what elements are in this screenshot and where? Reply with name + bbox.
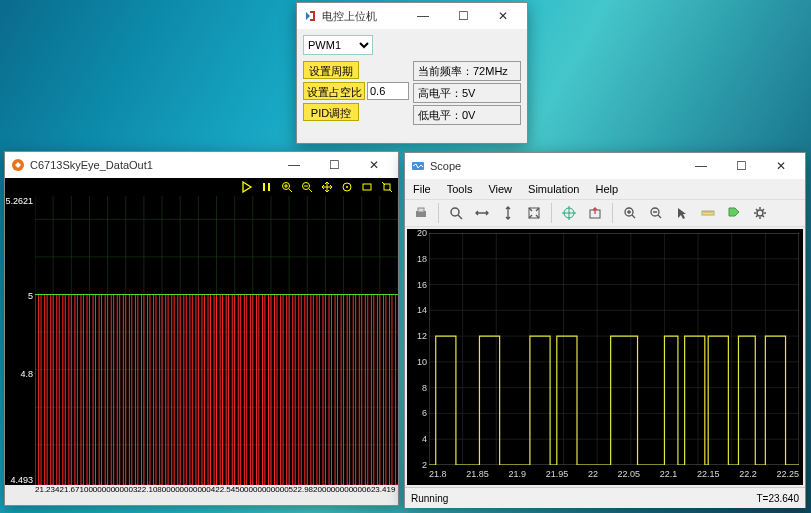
config-title: 电控上位机 <box>322 9 403 24</box>
svg-point-39 <box>451 208 459 216</box>
xtick: 22.1 <box>660 469 678 483</box>
low-level-info: 低电平：0V <box>413 105 521 125</box>
ytick: 18 <box>405 254 427 264</box>
xtick: 23.419 <box>371 485 395 494</box>
zoom-box-icon[interactable] <box>444 201 468 225</box>
ytick: 5 <box>3 291 33 301</box>
high-level-info: 高电平：5V <box>413 83 521 103</box>
xtick: 21.671000000000003 <box>59 485 137 494</box>
screenshot-icon[interactable] <box>360 180 374 194</box>
pan-icon[interactable] <box>320 180 334 194</box>
zoom-out-icon[interactable] <box>300 180 314 194</box>
scope-plot-area[interactable]: 20 18 16 14 12 10 8 6 4 2 21.8 21.85 21.… <box>407 229 803 485</box>
xtick: 22 <box>588 469 598 483</box>
menu-help[interactable]: Help <box>587 179 626 199</box>
scope-maximize-button[interactable]: ☐ <box>721 153 761 179</box>
xtick: 21.8 <box>429 469 447 483</box>
config-maximize-button[interactable]: ☐ <box>443 3 483 29</box>
scope-statusbar: Running T=23.640 <box>405 487 805 508</box>
pid-button[interactable]: PID调控 <box>303 103 359 121</box>
scope-toolbar <box>405 199 805 227</box>
duty-input[interactable] <box>367 82 409 100</box>
svg-rect-5 <box>363 184 371 190</box>
tk-icon <box>303 9 317 23</box>
skyeye-icon <box>11 158 25 172</box>
xtick: 22.982000000000006 <box>293 485 371 494</box>
ytick: 10 <box>405 357 427 367</box>
ytick: 2 <box>405 460 427 470</box>
xtick: 21.95 <box>546 469 569 483</box>
ruler-icon[interactable] <box>696 201 720 225</box>
toolbar-separator <box>612 203 613 223</box>
ytick: 4 <box>405 434 427 444</box>
zoom-x-icon[interactable] <box>470 201 494 225</box>
set-duty-button[interactable]: 设置占空比 <box>303 82 365 100</box>
ytick: 14 <box>405 305 427 315</box>
skyeye-titlebar[interactable]: C6713SkyEye_DataOut1 — ☐ ✕ <box>5 152 398 178</box>
ytick: 12 <box>405 331 427 341</box>
zoom-out-icon[interactable] <box>644 201 668 225</box>
skyeye-y-axis: 5.2621 5 4.8 4.493 <box>5 196 35 485</box>
menu-view[interactable]: View <box>480 179 520 199</box>
scope-title: Scope <box>430 160 681 172</box>
status-time: T=23.640 <box>756 493 799 504</box>
xtick: 22.25 <box>776 469 799 483</box>
menu-tools[interactable]: Tools <box>439 179 481 199</box>
scope-menubar: File Tools View Simulation Help <box>405 179 805 199</box>
toolbar-separator <box>551 203 552 223</box>
svg-rect-38 <box>418 208 424 212</box>
skyeye-title: C6713SkyEye_DataOut1 <box>30 159 274 171</box>
config-titlebar[interactable]: 电控上位机 — ☐ ✕ <box>297 3 527 29</box>
xtick: 21.85 <box>466 469 489 483</box>
svg-point-4 <box>346 186 348 188</box>
target-icon[interactable] <box>340 180 354 194</box>
xtick: 22.15 <box>697 469 720 483</box>
skyeye-toolbar <box>5 178 398 196</box>
crosshair-icon[interactable] <box>557 201 581 225</box>
skyeye-window: C6713SkyEye_DataOut1 — ☐ ✕ 5.2621 5 4.8 … <box>4 151 399 506</box>
freq-info: 当前频率：72MHz <box>413 61 521 81</box>
export-icon[interactable] <box>583 201 607 225</box>
skyeye-maximize-button[interactable]: ☐ <box>314 152 354 178</box>
tag-icon[interactable] <box>722 201 746 225</box>
play-icon[interactable] <box>240 180 254 194</box>
scope-y-axis: 20 18 16 14 12 10 8 6 4 2 <box>407 233 429 465</box>
ytick: 5.2621 <box>3 196 33 206</box>
scope-titlebar[interactable]: Scope — ☐ ✕ <box>405 153 805 179</box>
config-minimize-button[interactable]: — <box>403 3 443 29</box>
xtick: 22.2 <box>739 469 757 483</box>
gear-icon[interactable] <box>748 201 772 225</box>
pause-icon[interactable] <box>260 180 274 194</box>
skyeye-close-button[interactable]: ✕ <box>354 152 394 178</box>
zoom-in-icon[interactable] <box>280 180 294 194</box>
ytick: 6 <box>405 408 427 418</box>
ytick: 20 <box>405 228 427 238</box>
config-window: 电控上位机 — ☐ ✕ PWM1 设置周期 设置占空比 PID调控 <box>296 2 528 144</box>
scope-x-axis: 21.8 21.85 21.9 21.95 22 22.05 22.1 22.1… <box>429 469 799 483</box>
scale-icon[interactable] <box>380 180 394 194</box>
print-icon[interactable] <box>409 201 433 225</box>
skyeye-x-axis: 21.234 21.671000000000003 22.10800000000… <box>5 485 398 503</box>
scope-minimize-button[interactable]: — <box>681 153 721 179</box>
skyeye-minimize-button[interactable]: — <box>274 152 314 178</box>
svg-point-46 <box>757 210 763 216</box>
xtick: 21.9 <box>508 469 526 483</box>
ytick: 4.493 <box>3 475 33 485</box>
ytick: 8 <box>405 383 427 393</box>
menu-file[interactable]: File <box>405 179 439 199</box>
skyeye-plot-area[interactable]: 5.2621 5 4.8 4.493 <box>5 196 398 485</box>
config-close-button[interactable]: ✕ <box>483 3 523 29</box>
xtick: 22.05 <box>618 469 641 483</box>
menu-simulation[interactable]: Simulation <box>520 179 587 199</box>
zoom-in-icon[interactable] <box>618 201 642 225</box>
cursor-icon[interactable] <box>670 201 694 225</box>
toolbar-separator <box>438 203 439 223</box>
zoom-fit-icon[interactable] <box>522 201 546 225</box>
xtick: 21.234 <box>35 485 59 494</box>
xtick: 22.108000000000004 <box>137 485 215 494</box>
set-period-button[interactable]: 设置周期 <box>303 61 359 79</box>
scope-close-button[interactable]: ✕ <box>761 153 801 179</box>
svg-rect-67 <box>429 233 799 465</box>
zoom-y-icon[interactable] <box>496 201 520 225</box>
pwm-select[interactable]: PWM1 <box>303 35 373 55</box>
